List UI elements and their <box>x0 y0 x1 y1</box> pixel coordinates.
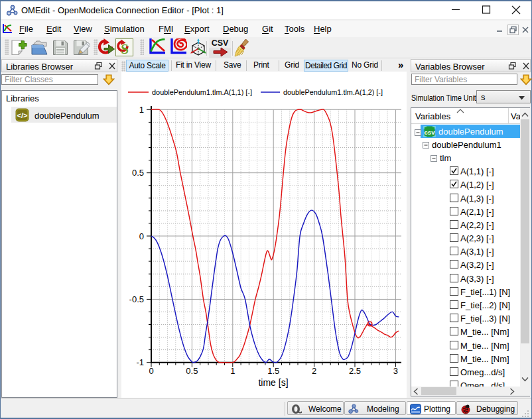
svg-text:csv: csv <box>424 129 435 136</box>
